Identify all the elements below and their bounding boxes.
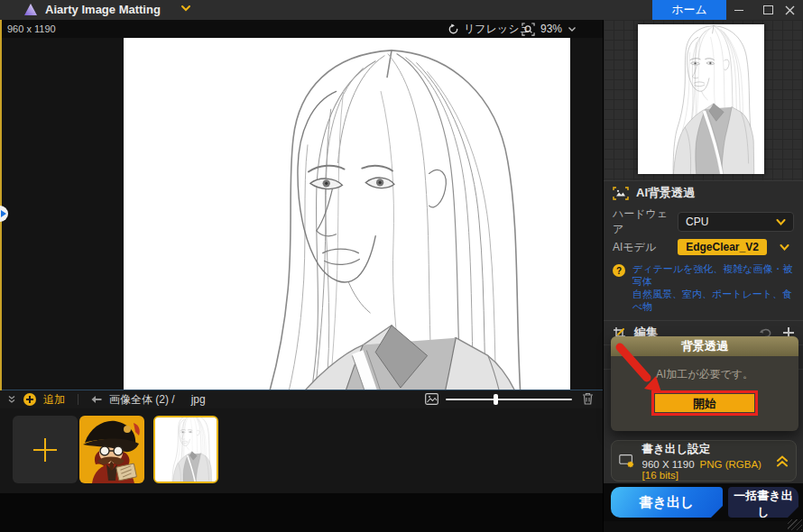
ai-section-title: AI背景透過 bbox=[636, 185, 695, 201]
title-bar: Aiarty Image Matting ホーム bbox=[0, 0, 803, 20]
popup-title: 背景透過 bbox=[611, 336, 798, 356]
plus-icon bbox=[33, 438, 57, 462]
minimize-icon bbox=[734, 10, 743, 11]
result-preview-image bbox=[638, 24, 764, 174]
panel-bottom bbox=[604, 521, 803, 532]
thumbnail-strip bbox=[0, 408, 603, 493]
image-size-icon bbox=[425, 393, 438, 405]
image-group-label[interactable]: 画像全体 (2) / bbox=[109, 392, 175, 408]
portrait-sketch-thumb bbox=[155, 417, 217, 482]
model-description-line2: 自然風景、室内、ポートレート、食べ物 bbox=[632, 288, 794, 313]
model-description-line1: ディテールを強化、複雑な画像・被写体 bbox=[632, 262, 794, 288]
app-logo-icon bbox=[23, 3, 38, 17]
refresh-icon bbox=[448, 23, 459, 35]
portrait-sketch-image bbox=[124, 38, 570, 390]
thumbnail-pirate-image[interactable] bbox=[79, 416, 144, 483]
collapse-filmstrip-icon[interactable] bbox=[7, 395, 16, 404]
add-image-label[interactable]: 追加 bbox=[43, 392, 65, 408]
ai-model-chevron-icon[interactable] bbox=[774, 244, 794, 251]
help-icon[interactable]: ? bbox=[613, 264, 625, 277]
model-description-row: ? ディテールを強化、複雑な画像・被写体 自然風景、室内、ポートレート、食べ物 bbox=[604, 259, 803, 320]
zoom-control[interactable]: 93% bbox=[521, 20, 577, 38]
export-settings-icon bbox=[619, 452, 635, 470]
image-format-label: jpg bbox=[191, 393, 206, 406]
slider-handle[interactable] bbox=[494, 394, 498, 405]
add-image-icon[interactable] bbox=[23, 393, 36, 406]
app-window: Aiarty Image Matting ホーム 960 x 1190 リフレッ… bbox=[0, 0, 803, 532]
home-button[interactable]: ホーム bbox=[652, 0, 726, 20]
ai-model-button[interactable]: EdgeClear_V2 bbox=[678, 239, 767, 255]
canvas-toolbar: 960 x 1190 リフレッシュ 93% bbox=[0, 20, 603, 38]
hardware-chevron-icon bbox=[776, 219, 786, 225]
model-description: ディテールを強化、複雑な画像・被写体 自然風景、室内、ポートレート、食べ物 bbox=[632, 262, 794, 313]
right-panel: AI背景透過 ハードウェア CPU AIモデル EdgeClear_V2 ? デ… bbox=[603, 20, 803, 532]
filmstrip-bar: 追加 画像全体 (2) / jpg bbox=[0, 390, 603, 408]
maximize-button[interactable] bbox=[756, 0, 780, 20]
trash-icon bbox=[582, 392, 594, 405]
image-dimensions-label: 960 x 1190 bbox=[7, 20, 56, 38]
bottom-filler bbox=[0, 493, 603, 532]
delete-image-button[interactable] bbox=[582, 392, 594, 405]
hardware-value: CPU bbox=[686, 216, 708, 228]
back-arrow-icon[interactable] bbox=[91, 395, 102, 404]
close-icon bbox=[785, 5, 795, 15]
hardware-row: ハードウェア CPU bbox=[604, 205, 803, 235]
add-image-tile[interactable] bbox=[13, 416, 78, 483]
ai-matting-icon bbox=[613, 187, 629, 200]
preview-area bbox=[604, 20, 803, 180]
thumbnail-sketch-image-selected[interactable] bbox=[153, 416, 218, 483]
ai-model-label: AIモデル bbox=[613, 240, 670, 255]
thumbnail-size-slider[interactable] bbox=[425, 393, 572, 405]
zoom-chevron-icon bbox=[568, 26, 577, 32]
maximize-icon bbox=[763, 5, 773, 14]
edited-image-canvas[interactable] bbox=[124, 38, 570, 390]
ai-model-row: AIモデル EdgeClear_V2 bbox=[604, 235, 803, 259]
popup-message: AI加工が必要です。 bbox=[611, 367, 798, 382]
background-removal-popup: 背景透過 AI加工が必要です。 開始 bbox=[611, 336, 798, 431]
slider-track[interactable] bbox=[446, 399, 572, 400]
export-button-bar: 書き出し 一括書き出し bbox=[604, 483, 803, 521]
collapse-export-icon[interactable] bbox=[776, 455, 789, 467]
canvas-area bbox=[0, 38, 603, 390]
start-button-highlight-box: 開始 bbox=[651, 390, 758, 416]
minimize-button[interactable] bbox=[727, 0, 751, 20]
export-button[interactable]: 書き出し bbox=[611, 487, 723, 518]
close-button[interactable] bbox=[778, 0, 801, 20]
refresh-label: リフレッシュ bbox=[464, 22, 531, 37]
app-title: Aiarty Image Matting bbox=[45, 0, 161, 20]
export-settings-panel[interactable]: 書き出し設定 960 X 1190PNG (RGBA) [16 bits] bbox=[611, 440, 797, 482]
app-menu-chevron-icon[interactable] bbox=[180, 5, 191, 12]
refresh-button[interactable]: リフレッシュ bbox=[448, 20, 531, 38]
export-size: 960 X 1190 bbox=[642, 459, 695, 470]
expand-arrow-icon bbox=[1, 210, 6, 217]
zoom-magnifier-icon bbox=[521, 23, 535, 36]
left-panel-toggle[interactable] bbox=[0, 206, 8, 222]
start-button[interactable]: 開始 bbox=[655, 394, 754, 412]
pirate-cartoon-image bbox=[79, 416, 144, 483]
batch-export-button[interactable]: 一括書き出し bbox=[728, 487, 798, 518]
export-settings-title: 書き出し設定 bbox=[642, 442, 769, 457]
section-ai-background-removal[interactable]: AI背景透過 bbox=[604, 180, 803, 205]
zoom-value: 93% bbox=[540, 23, 562, 35]
hardware-select[interactable]: CPU bbox=[678, 212, 794, 232]
divider bbox=[78, 394, 78, 405]
hardware-label: ハードウェア bbox=[613, 206, 670, 237]
resize-grip-icon[interactable] bbox=[788, 519, 802, 530]
